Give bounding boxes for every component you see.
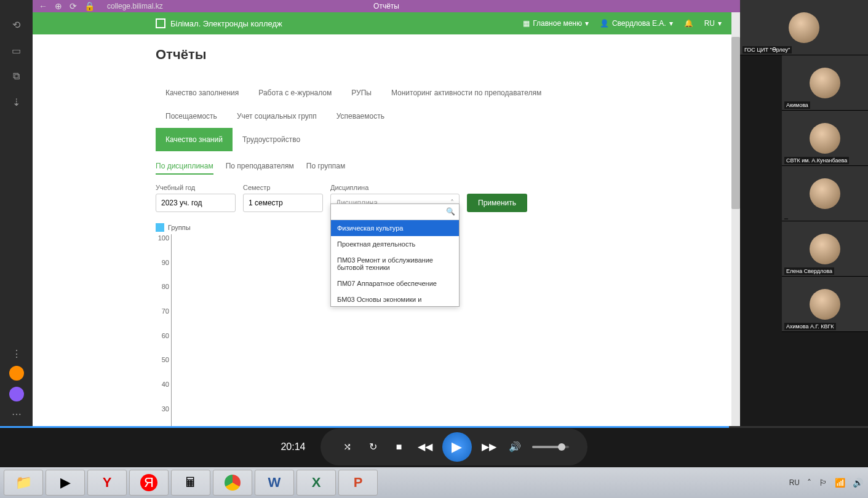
bookmark-icon[interactable]: ▭ xyxy=(10,44,23,57)
taskbar-powerpoint[interactable]: P xyxy=(338,470,378,496)
year-label: Учебный год xyxy=(156,184,236,191)
forward-icon[interactable]: ▶▶ xyxy=(480,438,498,456)
extension-icon-1[interactable] xyxy=(9,366,24,381)
apply-button[interactable]: Применить xyxy=(467,194,527,212)
tab-employment[interactable]: Трудоустройство xyxy=(233,128,310,151)
y-tick: 80 xyxy=(154,283,169,290)
legend-label: Группы xyxy=(168,224,191,231)
tab-monitoring[interactable]: Мониторинг активности по преподавателям xyxy=(381,81,551,105)
tray-network-icon[interactable]: 📶 xyxy=(835,478,845,488)
tab-attendance[interactable]: Посещаемость xyxy=(156,105,227,128)
year-select[interactable] xyxy=(156,194,236,212)
tray-volume-icon[interactable]: 🔊 xyxy=(853,478,863,488)
y-tick: 30 xyxy=(154,405,169,413)
subtab-by-teacher[interactable]: По преподавателям xyxy=(226,159,294,175)
logo-icon xyxy=(156,18,165,28)
user-menu[interactable]: 👤 Свердлова Е.А. ▾ xyxy=(600,19,673,28)
lock-icon: 🔒 xyxy=(84,1,95,11)
tabs-icon[interactable]: ⧉ xyxy=(10,70,23,82)
chevron-down-icon: ▾ xyxy=(669,19,673,28)
tab-ejournal[interactable]: Работа с е-журналом xyxy=(249,81,341,105)
video-panel: ГОС ЦИТ "Өрлеу" Акимова СВТК им. А.Кунан… xyxy=(740,0,868,426)
y-tick: 60 xyxy=(154,332,169,339)
sub-tabs: По дисциплинам По преподавателям По груп… xyxy=(156,159,617,175)
more-icon[interactable]: ⋯ xyxy=(10,408,23,420)
subtab-by-discipline[interactable]: По дисциплинам xyxy=(156,159,213,175)
volume-slider[interactable] xyxy=(532,446,569,448)
dropdown-item[interactable]: Физическая культура xyxy=(331,220,459,236)
shuffle-icon[interactable]: ⤭ xyxy=(339,438,356,456)
taskbar-word[interactable]: W xyxy=(255,470,294,496)
tray-chevron-icon[interactable]: ˄ xyxy=(807,478,811,488)
repeat-icon[interactable]: ↻ xyxy=(365,438,382,456)
history-icon[interactable]: ⟲ xyxy=(10,18,23,31)
time-display: 20:14 xyxy=(281,441,305,453)
video-participant[interactable]: Елена Свердлова xyxy=(782,221,868,277)
chevron-down-icon: ▾ xyxy=(718,19,722,28)
y-tick: 100 xyxy=(154,234,169,242)
reload-icon[interactable]: ⟳ xyxy=(70,1,77,11)
windows-taskbar: 📁 ▶ Y Я 🖩 W X P RU ˄ 🏳 📶 🔊 xyxy=(0,467,868,498)
y-tick: 90 xyxy=(154,259,169,266)
dropdown-search-input[interactable] xyxy=(331,204,459,220)
volume-icon[interactable]: 🔊 xyxy=(506,438,524,456)
taskbar-excel[interactable]: X xyxy=(297,470,336,496)
tray-flag-icon[interactable]: 🏳 xyxy=(819,478,827,488)
video-participant[interactable]: Акимова xyxy=(782,55,868,111)
stop-icon[interactable]: ■ xyxy=(391,438,408,456)
user-icon: 👤 xyxy=(600,19,609,28)
downloads-icon[interactable]: ⇣ xyxy=(10,96,23,108)
taskbar-mediaplayer[interactable]: ▶ xyxy=(46,470,85,496)
report-tabs: Качество заполнения Работа с е-журналом … xyxy=(156,81,617,128)
extension-icon-2[interactable] xyxy=(9,387,24,401)
tab-title: Отчёты xyxy=(373,2,399,10)
semester-select[interactable] xyxy=(243,194,323,212)
tab-performance[interactable]: Успеваемость xyxy=(327,105,394,128)
tab-knowledge-quality[interactable]: Качество знаний xyxy=(156,128,233,151)
tab-rup[interactable]: РУПы xyxy=(341,81,381,105)
subtab-by-group[interactable]: По группам xyxy=(306,159,345,175)
dropdown-item[interactable]: ПМ07 Аппаратное обеспечение xyxy=(331,275,459,291)
taskbar-explorer[interactable]: 📁 xyxy=(4,470,43,496)
taskbar-calculator[interactable]: 🖩 xyxy=(171,470,210,496)
tab-quality-fill[interactable]: Качество заполнения xyxy=(156,81,249,105)
taskbar-yandex-search[interactable]: Я xyxy=(129,470,169,496)
back-icon[interactable]: ← xyxy=(39,1,47,11)
y-tick: 50 xyxy=(154,356,169,363)
page-title: Отчёты xyxy=(156,47,617,63)
taskbar-yandex[interactable]: Y xyxy=(87,470,127,496)
tab-social[interactable]: Учет социальных групп xyxy=(227,105,327,128)
menu-icon: ▦ xyxy=(523,19,530,28)
taskbar-lang[interactable]: RU xyxy=(789,478,800,487)
browser-address-bar: ← ⊕ ⟳ 🔒 college.bilimal.kz Отчёты xyxy=(33,0,740,12)
rewind-icon[interactable]: ◀◀ xyxy=(416,438,434,456)
video-participant[interactable]: СВТК им. А.Кунанбаева xyxy=(782,111,868,166)
dropdown-item[interactable]: Проектная деятельность xyxy=(331,236,459,252)
shield-icon[interactable]: ⊕ xyxy=(55,1,62,11)
progress-track[interactable] xyxy=(0,426,868,428)
page-scrollbar[interactable] xyxy=(731,12,740,426)
filters: Учебный год Семестр Дисциплина Дисциплин… xyxy=(156,184,617,212)
dropdown-item[interactable]: ПМ03 Ремонт и обслуживание бытовой техни… xyxy=(331,252,459,275)
video-participant[interactable] xyxy=(782,166,868,221)
discipline-dropdown: 🔍 Физическая культура Проектная деятельн… xyxy=(330,204,460,307)
volume-knob[interactable] xyxy=(558,443,565,451)
lang-menu[interactable]: RU ▾ xyxy=(704,19,722,28)
divider-icon: ⋮ xyxy=(10,347,23,360)
main-menu-button[interactable]: ▦ Главное меню ▾ xyxy=(523,19,589,28)
dropdown-item[interactable]: БМ03 Основы экономики и xyxy=(331,291,459,306)
legend-color xyxy=(156,223,164,232)
video-participant[interactable]: Ахимова А.Г. КВГК xyxy=(782,277,868,332)
app-left-sidebar: ⟲ ▭ ⧉ ⇣ ⋮ ⋯ xyxy=(0,0,33,426)
play-button[interactable]: ▶ xyxy=(442,432,472,462)
app-header: Білімал. Электронды колледж ▦ Главное ме… xyxy=(33,12,740,34)
video-participant[interactable]: ГОС ЦИТ "Өрлеу" xyxy=(740,0,868,55)
taskbar-chrome[interactable] xyxy=(213,470,252,496)
scroll-thumb[interactable] xyxy=(731,37,740,209)
url-text[interactable]: college.bilimal.kz xyxy=(107,2,163,10)
progress-fill xyxy=(0,426,729,428)
discipline-label: Дисциплина xyxy=(330,184,460,191)
bell-icon[interactable]: 🔔 xyxy=(684,19,693,28)
media-player: 20:14 ⤭ ↻ ■ ◀◀ ▶ ▶▶ 🔊 xyxy=(0,426,868,467)
chevron-down-icon: ▾ xyxy=(585,19,589,28)
